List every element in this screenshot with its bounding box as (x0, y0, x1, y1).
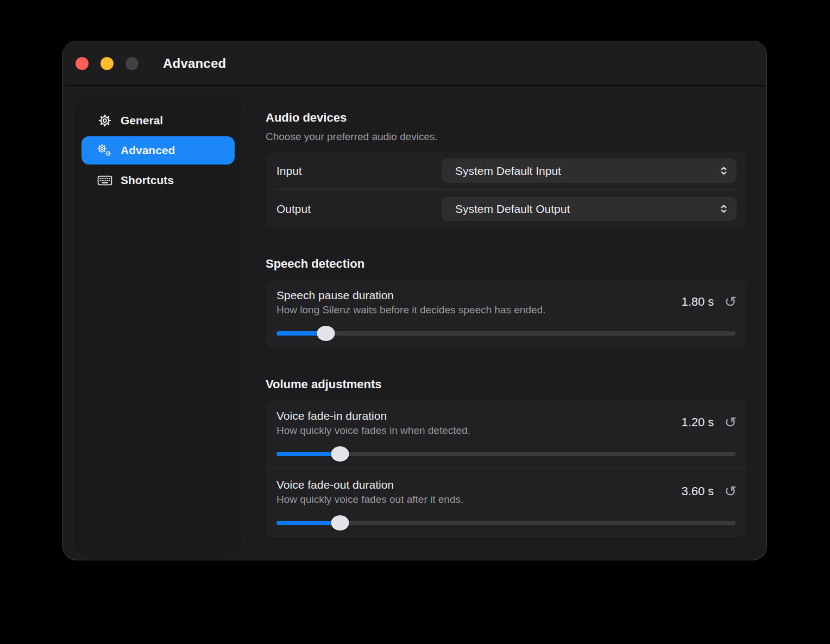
slider-track[interactable] (276, 331, 735, 336)
traffic-lights (76, 57, 139, 70)
slider-thumb[interactable] (331, 446, 349, 462)
fade-out-setting: Voice fade-out duration How quickly voic… (266, 469, 746, 538)
sidebar-item-shortcuts[interactable]: Shortcuts (81, 166, 235, 194)
close-button[interactable] (76, 57, 89, 70)
keyboard-icon (96, 174, 114, 187)
zoom-button[interactable] (125, 57, 139, 70)
slider-thumb[interactable] (331, 515, 349, 531)
fade-out-label: Voice fade-out duration (276, 477, 463, 493)
fade-out-slider[interactable] (276, 515, 737, 531)
speech-pause-value: 1.80 s (681, 295, 714, 309)
settings-window: Advanced (62, 41, 767, 560)
slider-fill (276, 452, 340, 456)
speech-pause-slider[interactable] (276, 326, 737, 341)
output-device-value: System Default Output (455, 203, 570, 216)
speech-pause-description: How long Silenz waits before it decides … (276, 303, 545, 317)
fade-in-slider[interactable] (276, 446, 737, 462)
setting-text: Voice fade-in duration How quickly voice… (276, 408, 470, 438)
gears-icon (96, 143, 114, 158)
fade-out-value: 3.60 s (681, 484, 714, 498)
minimize-button[interactable] (100, 57, 114, 70)
setting-text: Speech pause duration How long Silenz wa… (276, 288, 545, 317)
input-device-select[interactable]: System Default Input (442, 159, 737, 183)
titlebar: Advanced (63, 41, 766, 86)
sidebar-item-label: General (121, 114, 163, 127)
gear-icon (96, 113, 114, 128)
sidebar-item-general[interactable]: General (81, 106, 235, 135)
speech-detection-card: Speech pause duration How long Silenz wa… (266, 280, 746, 348)
sidebar-item-label: Shortcuts (121, 174, 174, 187)
settings-content: Audio devices Choose your preferred audi… (266, 86, 746, 538)
speech-detection-heading: Speech detection (266, 256, 746, 271)
chevron-up-down-icon (718, 203, 730, 214)
sidebar: General (73, 94, 243, 557)
input-device-row: Input System Default Input (266, 152, 746, 190)
slider-fill (276, 521, 340, 525)
audio-devices-heading: Audio devices (266, 110, 746, 125)
chevron-up-down-icon (718, 165, 730, 176)
slider-thumb[interactable] (317, 326, 335, 341)
sidebar-item-advanced[interactable]: Advanced (81, 136, 235, 165)
output-label: Output (276, 203, 311, 216)
fade-in-label: Voice fade-in duration (276, 408, 470, 424)
reset-icon[interactable]: ↺ (724, 415, 737, 430)
reset-icon[interactable]: ↺ (724, 294, 737, 309)
volume-adjustments-card: Voice fade-in duration How quickly voice… (266, 400, 746, 538)
volume-adjustments-heading: Volume adjustments (266, 377, 746, 392)
sidebar-item-label: Advanced (121, 144, 175, 157)
fade-in-value: 1.20 s (681, 415, 714, 430)
audio-devices-card: Input System Default Input Output System… (266, 152, 746, 228)
fade-out-description: How quickly voice fades out after it end… (276, 493, 463, 507)
input-label: Input (276, 165, 302, 178)
speech-pause-label: Speech pause duration (276, 288, 545, 303)
output-device-select[interactable]: System Default Output (442, 197, 737, 221)
reset-icon[interactable]: ↺ (724, 484, 737, 498)
input-device-value: System Default Input (455, 165, 561, 178)
setting-text: Voice fade-out duration How quickly voic… (276, 477, 463, 507)
fade-in-setting: Voice fade-in duration How quickly voice… (266, 400, 746, 469)
speech-pause-setting: Speech pause duration How long Silenz wa… (266, 280, 746, 348)
window-title: Advanced (163, 41, 226, 86)
audio-devices-subtitle: Choose your preferred audio devices. (266, 130, 746, 144)
output-device-row: Output System Default Output (266, 190, 746, 228)
fade-in-description: How quickly voice fades in when detected… (276, 424, 470, 438)
